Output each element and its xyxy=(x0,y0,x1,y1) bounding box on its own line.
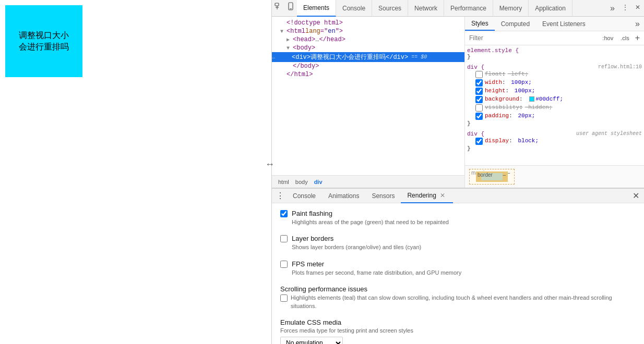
filter-input[interactable] xyxy=(469,34,598,42)
bottom-tab-more-icon[interactable]: ⋮ xyxy=(274,190,287,202)
box-model-border-label: border xyxy=(478,172,493,178)
render-item-scrolling-perf: Scrolling performance issues Highlights … xyxy=(280,285,636,310)
css-rule-close: } xyxy=(467,54,642,60)
add-style-rule-icon[interactable]: + xyxy=(635,33,640,43)
inspect-element-icon[interactable] xyxy=(272,0,284,13)
breadcrumb-div[interactable]: div xyxy=(312,178,325,186)
resize-handle[interactable]: ↔ xyxy=(265,159,275,170)
breadcrumb-bar: html body div xyxy=(272,175,464,188)
css-rule-element-style: element.style { } xyxy=(467,47,642,60)
filter-hov-button[interactable]: :hov xyxy=(600,33,616,43)
devtools-close-icon[interactable]: ✕ xyxy=(631,0,644,15)
css-prop-visibility: visibility : hidden; xyxy=(467,104,642,112)
css-rule-ua-header: div { user agent stylesheet xyxy=(467,131,642,137)
bottom-panel-close-icon[interactable]: ✕ xyxy=(629,190,642,202)
emulate-css-media: Emulate CSS media Forces media type for … xyxy=(280,318,636,344)
tab-performance[interactable]: Performance xyxy=(444,0,493,16)
styles-tab-computed[interactable]: Computed xyxy=(495,17,536,31)
tree-text: 调整视口大小会进行重排吗 xyxy=(311,53,386,62)
box-model-border-value: – xyxy=(503,172,506,178)
rendering-content: Paint flashing Highlights areas of the p… xyxy=(272,203,644,344)
main-container: 调整视口大小会进行重排吗 ↔ Elements Console Sources … xyxy=(0,0,644,344)
tree-node-div-selected[interactable]: … <div>调整视口大小会进行重排吗</div> == $0 xyxy=(272,52,464,62)
color-swatch-bg[interactable] xyxy=(529,96,534,102)
layer-borders-checkbox[interactable] xyxy=(280,235,288,242)
tree-attr-value: en xyxy=(328,28,335,35)
css-prop-visibility-checkbox[interactable] xyxy=(475,104,483,112)
tree-node-html-close[interactable]: </html> xyxy=(272,70,464,79)
tab-console[interactable]: Console xyxy=(336,0,372,16)
tree-node-body-close[interactable]: </body> xyxy=(272,62,464,70)
styles-tab-more-icon[interactable]: » xyxy=(631,17,644,31)
css-prop-float-checkbox[interactable] xyxy=(475,71,483,78)
css-prop-bg-checkbox[interactable] xyxy=(475,96,483,103)
paint-flashing-checkbox[interactable] xyxy=(280,210,288,217)
css-selector-div-ua: div { xyxy=(467,131,484,137)
emulate-media-title: Emulate CSS media xyxy=(280,318,636,326)
tree-tag: </div> xyxy=(386,54,408,61)
render-item-paint-flashing: Paint flashing Highlights areas of the p… xyxy=(280,210,636,226)
render-item-header: Scrolling performance issues xyxy=(280,285,636,293)
css-rule-header: div { reflow.html:10 xyxy=(467,64,642,70)
emulate-media-select[interactable]: No emulation print screen xyxy=(280,337,343,344)
tree-tag: <html xyxy=(287,28,305,35)
bottom-tab-rendering[interactable]: Rendering ✕ xyxy=(401,189,452,203)
tree-tag: =" xyxy=(320,28,328,35)
mobile-icon[interactable] xyxy=(284,0,297,13)
cyan-box-text: 调整视口大小会进行重排吗 xyxy=(19,30,69,53)
tab-network[interactable]: Network xyxy=(408,0,444,16)
css-propvalue-background: #00dcff; xyxy=(525,96,563,102)
css-source-link[interactable]: reflow.html:10 xyxy=(598,64,642,70)
css-colon: : xyxy=(509,113,512,119)
tab-application[interactable]: Application xyxy=(529,0,573,16)
fps-meter-desc: Plots frames per second, frame rate dist… xyxy=(292,269,636,277)
breadcrumb-html[interactable]: html xyxy=(276,178,291,186)
tree-dots: … xyxy=(272,54,281,60)
bottom-tab-console[interactable]: Console xyxy=(287,189,322,203)
tab-elements[interactable]: Elements xyxy=(297,0,336,17)
tree-node-head[interactable]: ▶ <head>…</head> xyxy=(272,35,464,44)
css-prop-width-checkbox[interactable] xyxy=(475,79,483,87)
bottom-tabs-bar: ⋮ Console Animations Sensors Rendering ✕… xyxy=(272,189,644,203)
devtools-settings-icon[interactable]: ⋮ xyxy=(619,0,631,15)
scrolling-perf-checkbox[interactable] xyxy=(280,294,288,302)
layer-borders-title: Layer borders xyxy=(292,235,333,242)
styles-panel: Styles Computed Event Listeners » :hov .… xyxy=(465,17,644,188)
tab-sources[interactable]: Sources xyxy=(372,0,408,16)
css-propname-display: display xyxy=(485,138,509,144)
css-rule-div-ua: div { user agent stylesheet display : bl… xyxy=(467,131,642,152)
scrolling-perf-desc: Highlights elements (teal) that can slow… xyxy=(291,294,636,310)
styles-tab-event-listeners[interactable]: Event Listeners xyxy=(536,17,592,31)
css-propvalue-display: block; xyxy=(515,138,539,144)
styles-tab-styles[interactable]: Styles xyxy=(465,17,495,31)
bottom-tab-sensors[interactable]: Sensors xyxy=(365,189,401,203)
tree-node-doctype[interactable]: <!doctype html> xyxy=(272,19,464,27)
css-propvalue-padding: 20px; xyxy=(515,113,535,119)
render-item-header: FPS meter xyxy=(280,260,636,268)
tree-node-html[interactable]: ▼ <html lang="en"> xyxy=(272,27,464,35)
tab-more-icon[interactable]: » xyxy=(606,0,619,16)
bottom-tab-animations[interactable]: Animations xyxy=(322,189,365,203)
css-prop-padding-checkbox[interactable] xyxy=(475,113,483,120)
css-prop-display-checkbox[interactable] xyxy=(475,138,483,145)
css-propvalue-height: 100px; xyxy=(511,88,535,94)
fps-meter-checkbox[interactable] xyxy=(280,261,288,268)
paint-flashing-desc: Highlights areas of the page (green) tha… xyxy=(292,218,636,226)
tree-node-body[interactable]: ▼ <body> xyxy=(272,44,464,52)
box-model-section: margin – border – xyxy=(465,165,644,188)
css-selector-div: div { xyxy=(467,64,484,70)
bottom-tab-rendering-close[interactable]: ✕ xyxy=(438,191,447,200)
breadcrumb-body[interactable]: body xyxy=(293,178,310,186)
filter-cls-button[interactable]: .cls xyxy=(618,33,632,43)
css-rule-ua-close: } xyxy=(467,145,642,152)
svg-rect-0 xyxy=(275,3,279,6)
css-prop-width: width : 100px; xyxy=(467,79,642,87)
tree-ellipsis: … xyxy=(315,36,319,43)
css-prop-height-checkbox[interactable] xyxy=(475,88,483,95)
tab-memory[interactable]: Memory xyxy=(493,0,529,16)
bottom-tab-rendering-label: Rendering xyxy=(407,192,436,199)
css-rules: element.style { } div { reflow.html:10 f… xyxy=(465,45,644,165)
bottom-panel: ⋮ Console Animations Sensors Rendering ✕… xyxy=(272,188,644,344)
css-rule-div-main: div { reflow.html:10 float : left; xyxy=(467,64,642,127)
css-prop-background: background : #00dcff; xyxy=(467,95,642,104)
